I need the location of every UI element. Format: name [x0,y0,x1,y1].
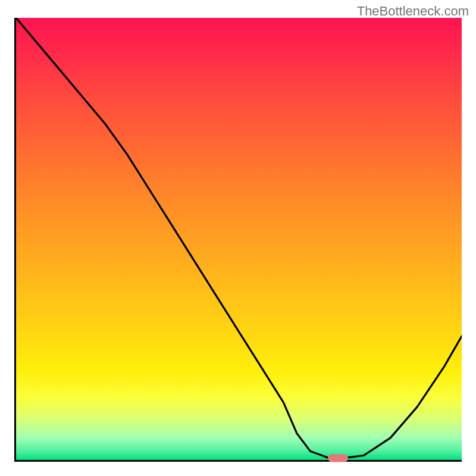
watermark-text: TheBottleneck.com [357,4,469,19]
chart-plot-area [14,18,462,462]
chart-background-gradient [16,18,462,460]
optimal-point-marker [328,455,348,462]
